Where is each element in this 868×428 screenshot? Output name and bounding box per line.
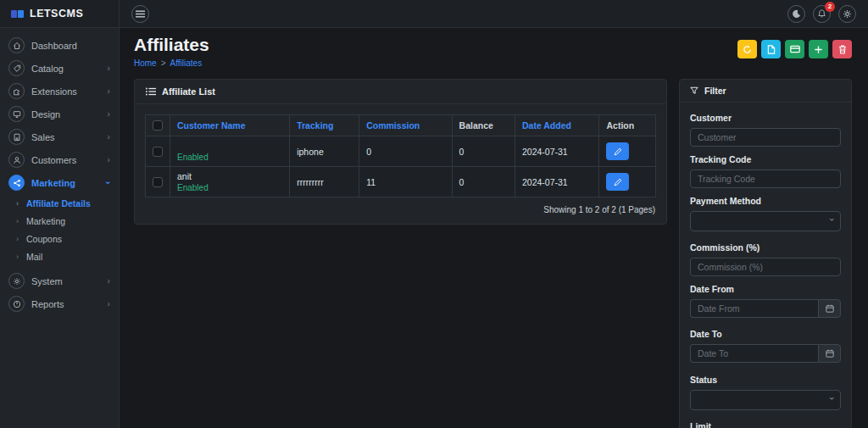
breadcrumb-home-link[interactable]: Home — [134, 58, 157, 68]
puzzle-icon — [8, 83, 25, 99]
tracking-code-label: Tracking Code — [690, 154, 841, 164]
delete-button[interactable] — [832, 40, 852, 58]
bell-icon — [817, 9, 826, 19]
chevron-right-icon: › — [107, 276, 110, 286]
chevron-down-icon: › — [104, 181, 114, 185]
sidebar-item-customers[interactable]: Customers › — [0, 148, 119, 171]
chevron-right-icon: › — [107, 132, 110, 142]
sort-commission[interactable]: Commission — [366, 120, 420, 131]
trash-icon — [838, 45, 847, 54]
chevron-right-icon: › — [107, 299, 110, 308]
date-to-picker-button[interactable] — [818, 344, 841, 363]
filter-panel: Filter Customer Tracking Code Payment Me… — [679, 79, 852, 428]
breadcrumb-separator: > — [161, 58, 166, 68]
sidebar-item-design[interactable]: Design › — [0, 103, 119, 125]
tracking-cell: iphone — [290, 136, 359, 167]
tracking-code-input[interactable] — [690, 170, 841, 188]
sidebar-item-sales[interactable]: Sales › — [0, 125, 119, 148]
caret-right-icon: › — [16, 217, 19, 225]
commission-input[interactable] — [690, 258, 841, 276]
page-action-buttons — [737, 40, 852, 58]
date-to-input[interactable] — [690, 344, 818, 363]
date-from-label: Date From — [690, 284, 841, 294]
sidebar-item-mail[interactable]: › Mail — [0, 247, 119, 265]
row-checkbox[interactable] — [153, 147, 163, 157]
balance-cell: 0 — [452, 167, 515, 197]
calendar-icon — [826, 349, 834, 358]
brand[interactable]: LETSCMS — [0, 0, 120, 27]
status-badge: Enabled — [177, 183, 282, 192]
limit-label: Limit — [690, 421, 841, 428]
commission-label: Commission (%) — [690, 242, 841, 253]
sort-date-added[interactable]: Date Added — [522, 120, 571, 131]
affiliate-list-card: Affiliate List Customer Name Tracking Co… — [134, 79, 667, 225]
refresh-icon — [743, 45, 752, 54]
sort-tracking[interactable]: Tracking — [297, 120, 333, 131]
dark-mode-toggle-button[interactable] — [787, 5, 805, 23]
sidebar-item-catalog[interactable]: Catalog › — [0, 57, 119, 80]
share-icon — [8, 175, 25, 191]
caret-right-icon: › — [16, 235, 19, 243]
settings-button[interactable] — [838, 5, 856, 23]
chevron-right-icon: › — [107, 86, 110, 96]
select-all-checkbox[interactable] — [153, 120, 163, 131]
sidebar-item-extensions[interactable]: Extensions › — [0, 80, 119, 103]
customer-name: anit — [177, 171, 282, 181]
commission-cell: 0 — [359, 136, 452, 167]
main-content: Affiliates Home > Affiliates — [120, 28, 868, 428]
customer-label: Customer — [690, 113, 841, 123]
edit-button[interactable] — [606, 142, 629, 160]
tracking-cell: rrrrrrrrr — [290, 167, 359, 197]
payment-card-button[interactable] — [785, 40, 804, 58]
date-added-cell: 2024-07-31 — [515, 136, 598, 167]
topbar: LETSCMS 2 — [0, 0, 868, 28]
sidebar-item-affiliate-details[interactable]: › Affiliate Details — [0, 194, 119, 212]
credit-card-icon — [790, 45, 800, 53]
payment-method-label: Payment Method — [690, 196, 841, 206]
home-icon — [8, 37, 25, 53]
user-icon — [8, 152, 25, 168]
chevron-right-icon: › — [107, 155, 110, 164]
brand-logo-icon — [11, 10, 24, 18]
status-select[interactable] — [690, 390, 841, 410]
sidebar-item-marketing-sub[interactable]: › Marketing — [0, 212, 119, 230]
date-from-picker-button[interactable] — [818, 299, 841, 318]
calendar-icon — [826, 304, 834, 313]
report-file-button[interactable] — [761, 40, 781, 58]
brand-name: LETSCMS — [30, 8, 83, 19]
funnel-icon — [690, 86, 698, 95]
sidebar-item-dashboard[interactable]: Dashboard — [0, 34, 119, 57]
row-checkbox[interactable] — [153, 177, 163, 187]
refresh-button[interactable] — [737, 40, 757, 58]
sidebar-toggle-button[interactable] — [131, 5, 149, 23]
sort-customer-name[interactable]: Customer Name — [177, 120, 246, 131]
chevron-right-icon: › — [107, 109, 110, 119]
monitor-icon — [8, 106, 25, 122]
topbar-main: 2 — [120, 0, 868, 27]
date-from-input[interactable] — [690, 299, 818, 318]
add-affiliate-button[interactable] — [809, 40, 828, 58]
gear-icon — [8, 273, 25, 289]
date-to-label: Date To — [690, 329, 841, 339]
customer-input[interactable] — [690, 128, 841, 147]
filter-title: Filter — [704, 86, 726, 96]
sidebar-item-coupons[interactable]: › Coupons — [0, 230, 119, 247]
table-row: Enabled iphone 0 0 2024-07-31 — [146, 136, 656, 167]
column-action: Action — [606, 120, 634, 131]
sidebar-item-marketing[interactable]: Marketing › — [0, 171, 119, 194]
pencil-icon — [614, 178, 622, 186]
date-added-cell: 2024-07-31 — [515, 167, 598, 197]
breadcrumb: Home > Affiliates — [134, 58, 209, 68]
edit-button[interactable] — [606, 173, 629, 191]
sidebar-item-system[interactable]: System › — [0, 270, 119, 292]
sidebar-item-reports[interactable]: Reports › — [0, 292, 119, 315]
payment-method-select[interactable] — [690, 211, 841, 231]
breadcrumb-current-link[interactable]: Affiliates — [170, 58, 203, 68]
notifications-button[interactable]: 2 — [813, 5, 831, 23]
report-icon — [8, 296, 25, 312]
status-badge: Enabled — [177, 153, 282, 162]
moon-icon — [792, 9, 801, 19]
list-icon — [146, 87, 156, 96]
affiliate-table: Customer Name Tracking Commission Balanc… — [145, 114, 656, 197]
balance-cell: 0 — [452, 136, 515, 167]
